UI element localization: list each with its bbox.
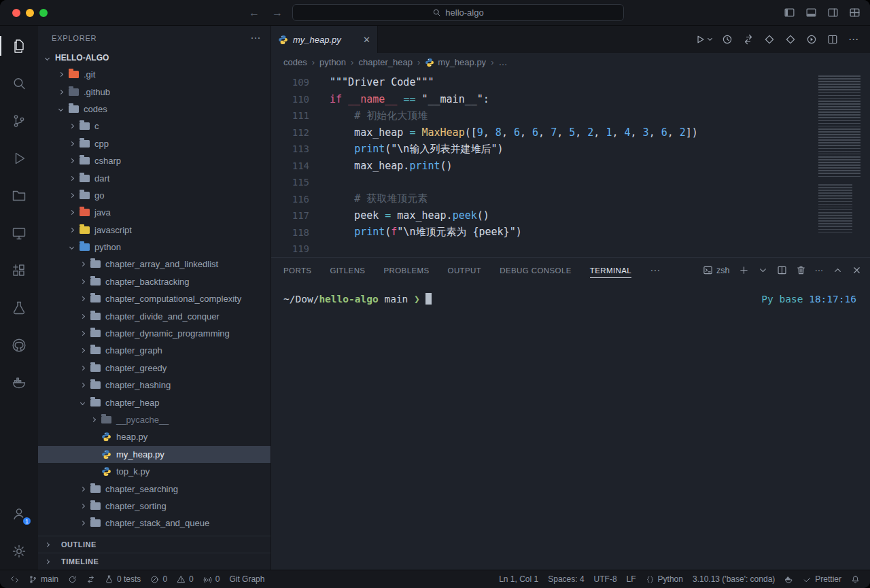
tree-item-go[interactable]: go	[38, 187, 271, 204]
activity-github-button[interactable]	[0, 326, 38, 364]
close-panel-icon[interactable]	[852, 265, 862, 275]
panel-tab-output[interactable]: OUTPUT	[448, 258, 482, 283]
tree-item-chapter_sorting[interactable]: chapter_sorting	[38, 498, 271, 515]
breadcrumb-item-python[interactable]: python	[319, 57, 346, 67]
code-editor[interactable]: 109"""Driver Code"""110if __name__ == "_…	[271, 71, 870, 257]
activity-remote-explorer-button[interactable]	[0, 214, 38, 252]
terminal-shell[interactable]: zsh	[703, 265, 729, 275]
tree-item-dart[interactable]: dart	[38, 169, 271, 186]
section-timeline[interactable]: TIMELINE	[38, 553, 271, 570]
more-panel-actions-icon[interactable]: ⋯	[815, 265, 824, 275]
tree-root-hello-algo[interactable]: HELLO-ALGO	[38, 50, 271, 66]
panel-more-tabs-icon[interactable]: ⋯	[650, 264, 661, 277]
split-editor-icon[interactable]	[827, 34, 838, 45]
activity-source-control-button[interactable]	[0, 102, 38, 139]
activity-docker-button[interactable]	[0, 364, 38, 401]
minimize-window-button[interactable]	[26, 9, 34, 17]
tree-item-chapter_stack_and_queue[interactable]: chapter_stack_and_queue	[38, 515, 271, 532]
tree-item-top_k.py[interactable]: top_k.py	[38, 463, 271, 480]
status-language-mode[interactable]: Python	[641, 570, 688, 588]
breadcrumb-item-chapter_heap[interactable]: chapter_heap	[358, 57, 413, 67]
tree-item-.git[interactable]: .git	[38, 66, 271, 83]
status-sync-changes[interactable]	[63, 570, 82, 588]
tree-item-my_heap.py[interactable]: my_heap.py	[38, 446, 271, 463]
status-errors[interactable]: 0	[145, 570, 172, 588]
status-forwarded-ports[interactable]: 0	[198, 570, 225, 588]
new-terminal-icon[interactable]	[739, 265, 749, 275]
activity-search-button[interactable]	[0, 65, 38, 102]
breadcrumb-item-…[interactable]: …	[498, 57, 507, 67]
status-encoding[interactable]: UTF-8	[589, 570, 622, 588]
activity-settings-button[interactable]	[0, 532, 38, 570]
tree-item-chapter_hashing[interactable]: chapter_hashing	[38, 377, 271, 394]
activity-testing-button[interactable]	[0, 289, 38, 326]
tree-item-chapter_divide_and_conquer[interactable]: chapter_divide_and_conquer	[38, 307, 271, 324]
breadcrumb-item-my_heap.py[interactable]: my_heap.py	[425, 57, 486, 67]
status-cursor-position[interactable]: Ln 1, Col 1	[494, 570, 543, 588]
terminal-profile-dropdown-icon[interactable]	[758, 265, 768, 275]
panel-tab-problems[interactable]: PROBLEMS	[383, 258, 429, 283]
tree-item-.github[interactable]: .github	[38, 83, 271, 100]
run-or-debug-icon[interactable]	[806, 34, 817, 45]
run-python-file-icon[interactable]	[695, 34, 712, 45]
breadcrumb-item-codes[interactable]: codes	[283, 57, 307, 67]
tree-item-chapter_backtracking[interactable]: chapter_backtracking	[38, 273, 271, 290]
customize-layout-icon[interactable]	[849, 7, 860, 18]
tree-item-heap.py[interactable]: heap.py	[38, 428, 271, 445]
forward-icon[interactable]: →	[272, 7, 283, 19]
status-indentation[interactable]: Spaces: 4	[543, 570, 589, 588]
tree-item-javascript[interactable]: javascript	[38, 222, 271, 239]
tree-item-cpp[interactable]: cpp	[38, 135, 271, 152]
tree-item-chapter_dynamic_programming[interactable]: chapter_dynamic_programming	[38, 325, 271, 342]
status-eol[interactable]: LF	[622, 570, 641, 588]
status-git-branch[interactable]: main	[24, 570, 63, 588]
tree-item-c[interactable]: c	[38, 118, 271, 135]
status-git-graph[interactable]: Git Graph	[224, 570, 269, 588]
panel-tab-gitlens[interactable]: GITLENS	[330, 258, 365, 283]
terminal[interactable]: ~/Dow/hello-algo main ❯ Py base 18:17:16	[271, 283, 870, 570]
open-changes-icon[interactable]	[743, 34, 754, 45]
tree-item-chapter_searching[interactable]: chapter_searching	[38, 480, 271, 497]
tree-item-python[interactable]: python	[38, 239, 271, 256]
panel-tab-terminal[interactable]: TERMINAL	[590, 258, 631, 283]
tree-item-chapter_heap[interactable]: chapter_heap	[38, 394, 271, 411]
status-docker-status[interactable]	[780, 570, 798, 588]
panel-tab-ports[interactable]: PORTS	[283, 258, 311, 283]
file-history-icon[interactable]	[722, 34, 733, 45]
status-warnings[interactable]: 0	[172, 570, 198, 588]
activity-file-manager-button[interactable]	[0, 177, 38, 214]
tree-item-__pycache__[interactable]: __pycache__	[38, 411, 271, 428]
activity-explorer-button[interactable]	[0, 27, 38, 65]
tree-item-chapter_greedy[interactable]: chapter_greedy	[38, 360, 271, 377]
tree-item-csharp[interactable]: csharp	[38, 152, 271, 169]
minimap[interactable]	[818, 75, 863, 235]
tree-item-chapter_graph[interactable]: chapter_graph	[38, 342, 271, 359]
activity-run-and-debug-button[interactable]	[0, 139, 38, 177]
more-actions-icon[interactable]: ⋯	[848, 33, 859, 46]
gitlens-compare-previous-icon[interactable]	[785, 34, 796, 45]
status-tests[interactable]: 0 tests	[100, 570, 145, 588]
section-outline[interactable]: OUTLINE	[38, 536, 271, 553]
maximize-panel-icon[interactable]	[833, 265, 843, 275]
toggle-panel-icon[interactable]	[805, 7, 817, 18]
panel-tab-debug-console[interactable]: DEBUG CONSOLE	[500, 258, 572, 283]
tree-item-java[interactable]: java	[38, 204, 271, 221]
command-center-search[interactable]: hello-algo	[292, 4, 624, 21]
tree-item-chapter_computational_complexity[interactable]: chapter_computational_complexity	[38, 290, 271, 307]
gitlens-compare-working-icon[interactable]	[764, 34, 775, 45]
status-prettier[interactable]: Prettier	[798, 570, 846, 588]
activity-extensions-button[interactable]	[0, 252, 38, 289]
toggle-primary-sidebar-icon[interactable]	[784, 7, 795, 18]
explorer-more-actions-icon[interactable]: ⋯	[250, 32, 261, 44]
split-terminal-icon[interactable]	[777, 265, 787, 275]
status-remote-indicator[interactable]	[5, 570, 24, 588]
kill-terminal-icon[interactable]	[796, 265, 806, 275]
back-icon[interactable]: ←	[249, 7, 260, 19]
close-window-button[interactable]	[12, 9, 20, 17]
close-tab-icon[interactable]: ✕	[363, 35, 370, 45]
toggle-secondary-sidebar-icon[interactable]	[827, 7, 839, 18]
tree-item-codes[interactable]: codes	[38, 101, 271, 118]
status-python-interpreter[interactable]: 3.10.13 ('base': conda)	[688, 570, 780, 588]
tree-item-chapter_array_and_linkedlist[interactable]: chapter_array_and_linkedlist	[38, 256, 271, 273]
status-gitlens-compare[interactable]	[82, 570, 100, 588]
